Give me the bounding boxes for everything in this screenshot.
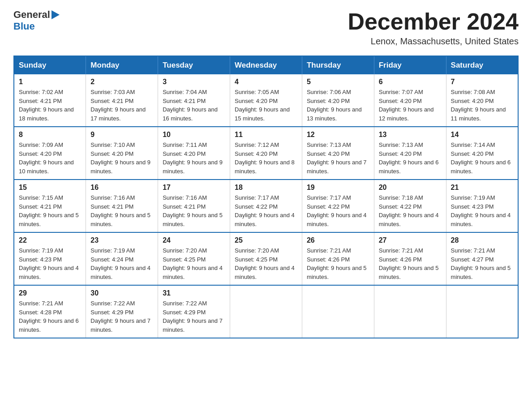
day-info: Sunrise: 7:19 AM Sunset: 4:23 PM Dayligh… [19, 246, 81, 281]
calendar-cell [230, 285, 302, 338]
day-number: 6 [379, 78, 442, 86]
day-number: 18 [235, 184, 297, 192]
calendar-cell: 24 Sunrise: 7:20 AM Sunset: 4:25 PM Dayl… [158, 232, 230, 285]
day-number: 15 [19, 184, 81, 192]
day-info: Sunrise: 7:17 AM Sunset: 4:22 PM Dayligh… [307, 193, 369, 228]
calendar-header-row: SundayMondayTuesdayWednesdayThursdayFrid… [14, 56, 518, 74]
title-block: December 2024 Lenox, Massachusetts, Unit… [348, 9, 519, 47]
calendar-cell: 21 Sunrise: 7:19 AM Sunset: 4:23 PM Dayl… [446, 180, 518, 232]
calendar-cell: 17 Sunrise: 7:16 AM Sunset: 4:21 PM Dayl… [158, 180, 230, 232]
calendar-cell: 1 Sunrise: 7:02 AM Sunset: 4:21 PM Dayli… [14, 74, 86, 127]
day-number: 9 [90, 131, 153, 139]
day-number: 27 [379, 236, 442, 244]
svg-marker-0 [51, 10, 60, 19]
calendar-cell: 4 Sunrise: 7:05 AM Sunset: 4:20 PM Dayli… [230, 74, 302, 127]
day-info: Sunrise: 7:09 AM Sunset: 4:20 PM Dayligh… [19, 141, 81, 176]
day-info: Sunrise: 7:17 AM Sunset: 4:22 PM Dayligh… [235, 193, 297, 228]
day-info: Sunrise: 7:22 AM Sunset: 4:29 PM Dayligh… [90, 299, 153, 334]
calendar-cell: 13 Sunrise: 7:13 AM Sunset: 4:20 PM Dayl… [374, 127, 446, 180]
calendar-cell: 3 Sunrise: 7:04 AM Sunset: 4:21 PM Dayli… [158, 74, 230, 127]
day-info: Sunrise: 7:21 AM Sunset: 4:28 PM Dayligh… [19, 299, 81, 334]
day-info: Sunrise: 7:03 AM Sunset: 4:21 PM Dayligh… [90, 88, 153, 123]
calendar-cell: 2 Sunrise: 7:03 AM Sunset: 4:21 PM Dayli… [86, 74, 158, 127]
calendar-header-tuesday: Tuesday [158, 56, 230, 74]
calendar-header-saturday: Saturday [446, 56, 518, 74]
day-number: 5 [307, 78, 369, 86]
day-info: Sunrise: 7:13 AM Sunset: 4:20 PM Dayligh… [379, 141, 442, 176]
day-info: Sunrise: 7:22 AM Sunset: 4:29 PM Dayligh… [163, 299, 225, 334]
day-info: Sunrise: 7:02 AM Sunset: 4:21 PM Dayligh… [19, 88, 81, 123]
day-info: Sunrise: 7:21 AM Sunset: 4:27 PM Dayligh… [451, 246, 513, 281]
day-info: Sunrise: 7:10 AM Sunset: 4:20 PM Dayligh… [90, 141, 153, 176]
calendar-cell: 29 Sunrise: 7:21 AM Sunset: 4:28 PM Dayl… [14, 285, 86, 338]
day-info: Sunrise: 7:06 AM Sunset: 4:20 PM Dayligh… [307, 88, 369, 123]
calendar-cell: 18 Sunrise: 7:17 AM Sunset: 4:22 PM Dayl… [230, 180, 302, 232]
day-info: Sunrise: 7:13 AM Sunset: 4:20 PM Dayligh… [307, 141, 369, 176]
day-number: 3 [163, 78, 225, 86]
day-number: 22 [19, 236, 81, 244]
logo-arrow-icon [51, 10, 60, 19]
day-info: Sunrise: 7:19 AM Sunset: 4:23 PM Dayligh… [451, 193, 513, 228]
day-number: 8 [19, 131, 81, 139]
calendar-cell: 30 Sunrise: 7:22 AM Sunset: 4:29 PM Dayl… [86, 285, 158, 338]
day-number: 4 [235, 78, 297, 86]
calendar-cell: 14 Sunrise: 7:14 AM Sunset: 4:20 PM Dayl… [446, 127, 518, 180]
day-info: Sunrise: 7:16 AM Sunset: 4:21 PM Dayligh… [163, 193, 225, 228]
calendar-cell [302, 285, 374, 338]
calendar-header-thursday: Thursday [302, 56, 374, 74]
calendar-week-row: 15 Sunrise: 7:15 AM Sunset: 4:21 PM Dayl… [14, 180, 518, 232]
calendar-header-sunday: Sunday [14, 56, 86, 74]
day-number: 23 [90, 236, 153, 244]
calendar-cell: 31 Sunrise: 7:22 AM Sunset: 4:29 PM Dayl… [158, 285, 230, 338]
day-number: 30 [90, 289, 153, 297]
day-info: Sunrise: 7:07 AM Sunset: 4:20 PM Dayligh… [379, 88, 442, 123]
calendar-cell: 5 Sunrise: 7:06 AM Sunset: 4:20 PM Dayli… [302, 74, 374, 127]
day-number: 31 [163, 289, 225, 297]
day-number: 14 [451, 131, 513, 139]
day-number: 25 [235, 236, 297, 244]
day-number: 26 [307, 236, 369, 244]
calendar-cell: 12 Sunrise: 7:13 AM Sunset: 4:20 PM Dayl… [302, 127, 374, 180]
day-number: 7 [451, 78, 513, 86]
calendar-week-row: 22 Sunrise: 7:19 AM Sunset: 4:23 PM Dayl… [14, 232, 518, 285]
calendar-cell: 23 Sunrise: 7:19 AM Sunset: 4:24 PM Dayl… [86, 232, 158, 285]
page-header: General Blue December 2024 Lenox, Massac… [13, 9, 519, 47]
calendar-cell: 26 Sunrise: 7:21 AM Sunset: 4:26 PM Dayl… [302, 232, 374, 285]
day-number: 21 [451, 184, 513, 192]
day-info: Sunrise: 7:15 AM Sunset: 4:21 PM Dayligh… [19, 193, 81, 228]
calendar-cell: 9 Sunrise: 7:10 AM Sunset: 4:20 PM Dayli… [86, 127, 158, 180]
calendar-cell: 22 Sunrise: 7:19 AM Sunset: 4:23 PM Dayl… [14, 232, 86, 285]
day-number: 28 [451, 236, 513, 244]
calendar-header-friday: Friday [374, 56, 446, 74]
day-number: 29 [19, 289, 81, 297]
day-number: 20 [379, 184, 442, 192]
calendar-cell: 28 Sunrise: 7:21 AM Sunset: 4:27 PM Dayl… [446, 232, 518, 285]
day-info: Sunrise: 7:16 AM Sunset: 4:21 PM Dayligh… [90, 193, 153, 228]
day-info: Sunrise: 7:12 AM Sunset: 4:20 PM Dayligh… [235, 141, 297, 176]
day-number: 16 [90, 184, 153, 192]
calendar-cell [374, 285, 446, 338]
day-number: 2 [90, 78, 153, 86]
location-text: Lenox, Massachusetts, United States [348, 36, 519, 47]
calendar-cell: 10 Sunrise: 7:11 AM Sunset: 4:20 PM Dayl… [158, 127, 230, 180]
calendar-cell: 15 Sunrise: 7:15 AM Sunset: 4:21 PM Dayl… [14, 180, 86, 232]
day-number: 17 [163, 184, 225, 192]
calendar-week-row: 8 Sunrise: 7:09 AM Sunset: 4:20 PM Dayli… [14, 127, 518, 180]
day-number: 12 [307, 131, 369, 139]
day-info: Sunrise: 7:18 AM Sunset: 4:22 PM Dayligh… [379, 193, 442, 228]
logo-general-text: General [13, 9, 50, 21]
day-info: Sunrise: 7:08 AM Sunset: 4:20 PM Dayligh… [451, 88, 513, 123]
day-info: Sunrise: 7:11 AM Sunset: 4:20 PM Dayligh… [163, 141, 225, 176]
day-info: Sunrise: 7:21 AM Sunset: 4:26 PM Dayligh… [379, 246, 442, 281]
day-info: Sunrise: 7:20 AM Sunset: 4:25 PM Dayligh… [163, 246, 225, 281]
day-number: 19 [307, 184, 369, 192]
day-number: 24 [163, 236, 225, 244]
calendar-cell: 8 Sunrise: 7:09 AM Sunset: 4:20 PM Dayli… [14, 127, 86, 180]
calendar-header-wednesday: Wednesday [230, 56, 302, 74]
calendar-cell: 16 Sunrise: 7:16 AM Sunset: 4:21 PM Dayl… [86, 180, 158, 232]
calendar-week-row: 29 Sunrise: 7:21 AM Sunset: 4:28 PM Dayl… [14, 285, 518, 338]
logo: General Blue [13, 9, 60, 32]
calendar-table: SundayMondayTuesdayWednesdayThursdayFrid… [13, 56, 519, 338]
day-info: Sunrise: 7:04 AM Sunset: 4:21 PM Dayligh… [163, 88, 225, 123]
day-info: Sunrise: 7:14 AM Sunset: 4:20 PM Dayligh… [451, 141, 513, 176]
